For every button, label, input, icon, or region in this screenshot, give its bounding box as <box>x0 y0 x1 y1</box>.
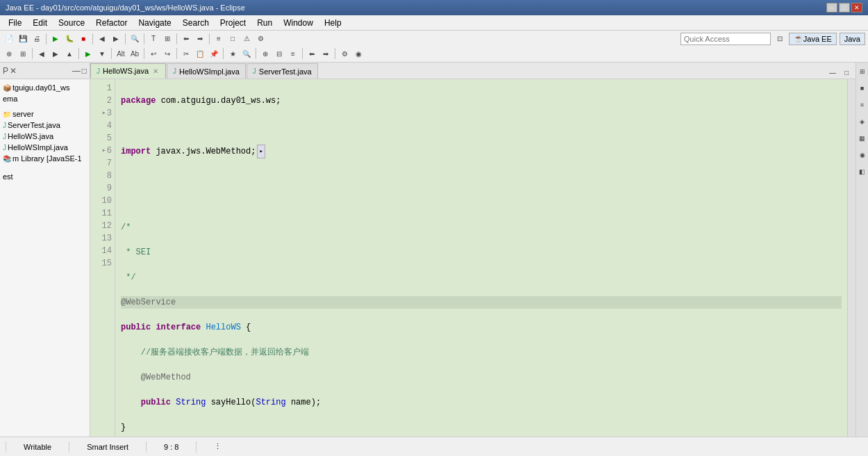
rp-icon-1[interactable]: ⊞ <box>857 64 868 79</box>
tab-minimize-button[interactable]: — <box>826 66 839 79</box>
menu-refactor[interactable]: Refactor <box>90 17 133 29</box>
tab-hellows-close[interactable]: ✕ <box>151 67 160 75</box>
tab-servertest[interactable]: J ServerTest.java <box>247 63 318 79</box>
tb2-paste-button[interactable]: 📌 <box>208 47 220 60</box>
tb-console-button[interactable]: ≡ <box>212 33 225 45</box>
tb2-gen-button[interactable]: ⊞ <box>17 47 29 60</box>
menu-edit[interactable]: Edit <box>27 17 53 29</box>
tb2-sep-2 <box>78 48 79 59</box>
tree-item-package[interactable]: 📦 tguigu.day01_ws <box>3 82 87 93</box>
tb-search-button[interactable]: 🔍 <box>128 33 141 45</box>
tb2-nav1-button[interactable]: ⬅ <box>306 47 318 60</box>
tb2-undo-button[interactable]: ↩ <box>147 47 160 60</box>
tb2-run2-button[interactable]: ▶ <box>82 47 94 60</box>
tb-stop-button[interactable]: ■ <box>77 33 90 45</box>
code-annotation-webservice: @WebService <box>121 296 176 309</box>
tab-bar: J HelloWS.java ✕ J HelloWSImpl.java J Se… <box>90 63 856 79</box>
tb2-misc2-button[interactable]: ◉ <box>352 47 365 60</box>
fold-marker-3[interactable]: ▸ <box>257 145 265 158</box>
rp-icon-2[interactable]: ■ <box>857 81 868 96</box>
menu-help[interactable]: Help <box>319 17 347 29</box>
sidebar-maximize-icon[interactable]: □ <box>82 66 87 76</box>
tab-maximize-button[interactable]: □ <box>840 66 853 79</box>
rp-icon-5[interactable]: ▦ <box>857 131 868 146</box>
editor-scrollbar-track[interactable] <box>847 79 856 437</box>
tb2-cut-button[interactable]: ✂ <box>180 47 192 60</box>
menu-window[interactable]: Window <box>278 17 319 29</box>
tab-hellows[interactable]: J HelloWS.java ✕ <box>90 63 166 79</box>
tb2-prev-button[interactable]: ◀ <box>35 47 48 60</box>
rp-icon-6[interactable]: ◉ <box>857 147 868 163</box>
tb2-runddrop-button[interactable]: ▼ <box>96 47 108 60</box>
perspective-java-button[interactable]: Java <box>840 33 865 45</box>
rp-icon-3[interactable]: ≡ <box>857 97 868 113</box>
tb-problems-button[interactable]: ⚠ <box>240 33 253 45</box>
code-annotation-webmethod: @WebMethod <box>141 371 191 384</box>
tree-item-library[interactable]: 📚 m Library [JavaSE-1 <box>3 153 87 164</box>
kw-import: import <box>121 145 151 158</box>
tb2-extra-button[interactable]: ⊕ <box>259 47 272 60</box>
sidebar-minimize-icon[interactable]: — <box>72 66 81 76</box>
menu-run[interactable]: Run <box>251 17 278 29</box>
tb-perspective-toggle-button[interactable]: ⊡ <box>774 33 786 45</box>
fold-icon-6[interactable]: ▸ <box>102 145 106 157</box>
menu-navigate[interactable]: Navigate <box>133 17 176 29</box>
tb-server-button[interactable]: ⚙ <box>254 33 267 45</box>
line-num-10: 10 <box>93 195 112 207</box>
tb2-extra2-button[interactable]: ⊟ <box>273 47 285 60</box>
menu-project[interactable]: Project <box>215 17 251 29</box>
tab-hellowsimpl[interactable]: J HelloWSImpl.java <box>167 63 246 79</box>
fold-icon-3[interactable]: ▸ <box>102 107 106 120</box>
tb-outline-button[interactable]: □ <box>226 33 239 45</box>
line-num-13: 13 <box>93 232 112 245</box>
tb2-new-button[interactable]: ⊕ <box>3 47 15 60</box>
tb2-find-button[interactable]: 🔍 <box>240 47 253 60</box>
tree-item-schema[interactable]: ema <box>3 93 87 104</box>
rp-icon-4[interactable]: ◈ <box>857 114 868 129</box>
tb-prev-edit-button[interactable]: ⬅ <box>180 33 192 45</box>
tb-run-button[interactable]: ▶ <box>49 33 62 45</box>
tree-item-hellows[interactable]: J HelloWS.java <box>3 131 87 142</box>
tb-next-edit-button[interactable]: ➡ <box>194 33 206 45</box>
tb2-copy-button[interactable]: 📋 <box>194 47 206 60</box>
maximize-button[interactable]: □ <box>839 3 850 13</box>
quick-access-input[interactable] <box>681 33 771 45</box>
tb2-extra3-button[interactable]: ≡ <box>287 47 299 60</box>
menu-file[interactable]: File <box>3 17 27 29</box>
tb2-misc-button[interactable]: ⚙ <box>338 47 351 60</box>
tb2-fmt-button[interactable]: Ab <box>128 47 141 60</box>
sidebar-package-icon[interactable]: P <box>3 66 8 76</box>
tb2-alt-button[interactable]: Alt <box>115 47 127 60</box>
tb-hierarchy-button[interactable]: ⊞ <box>161 33 174 45</box>
tb2-up-button[interactable]: ▲ <box>63 47 76 60</box>
tb-save-button[interactable]: 💾 <box>17 33 29 45</box>
kw-public-13: public <box>141 396 171 409</box>
tree-item-hellowsimpl[interactable]: J HelloWSImpl.java <box>3 142 87 153</box>
tb-print-button[interactable]: 🖨 <box>31 33 43 45</box>
menu-source[interactable]: Source <box>53 17 90 29</box>
tb2-redo-button[interactable]: ↪ <box>161 47 174 60</box>
tb-back-button[interactable]: ◀ <box>96 33 108 45</box>
close-button[interactable]: ✕ <box>851 3 862 13</box>
code-brace-open: { <box>246 321 251 334</box>
tb-debug-button[interactable]: 🐛 <box>63 33 76 45</box>
sidebar-close-icon[interactable]: ✕ <box>10 66 17 76</box>
java-file-icon2: J <box>3 133 6 140</box>
minimize-button[interactable]: – <box>826 3 837 13</box>
tb2-next-button[interactable]: ▶ <box>49 47 62 60</box>
tb-new-button[interactable]: 📄 <box>3 33 15 45</box>
tb2-mark-button[interactable]: ★ <box>226 47 239 60</box>
menu-search[interactable]: Search <box>177 17 215 29</box>
tb-fwd-button[interactable]: ▶ <box>110 33 122 45</box>
tab-hellows-label: HelloWS.java <box>103 67 149 75</box>
rp-icon-7[interactable]: ◧ <box>857 164 868 179</box>
tree-item-est[interactable]: est <box>3 171 87 182</box>
tree-item-servertest[interactable]: J ServerTest.java <box>3 120 87 131</box>
perspective-java-ee-button[interactable]: ☕ Java EE <box>789 33 837 45</box>
tree-item-server[interactable]: 📁 server <box>3 108 87 120</box>
code-content[interactable]: package com.atguigu.day01_ws.ws; import … <box>115 79 847 437</box>
tb-open-type-button[interactable]: T <box>147 33 160 45</box>
tab-servertest-icon: J <box>253 67 256 75</box>
tree-item-label-server: server <box>12 110 34 118</box>
tb2-nav2-button[interactable]: ➡ <box>319 47 332 60</box>
